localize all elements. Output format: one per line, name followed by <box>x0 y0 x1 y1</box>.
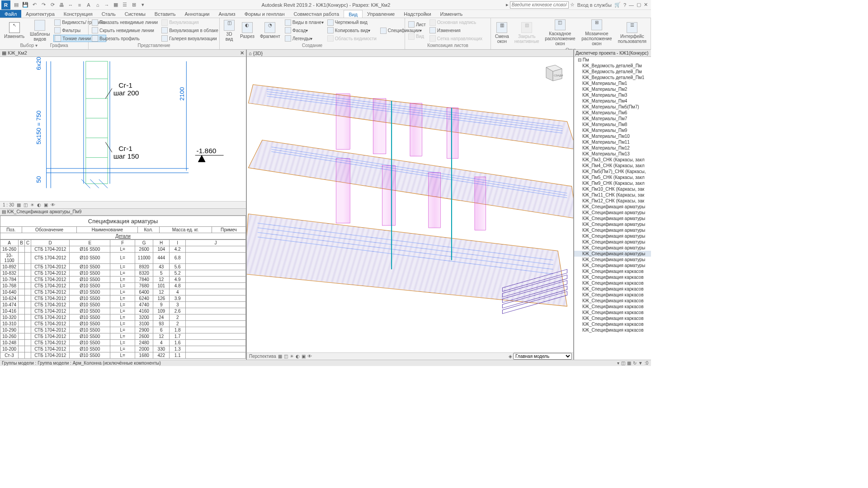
undo-icon[interactable]: ↶ <box>30 1 38 9</box>
project-browser-header[interactable]: Диспетчер проекта - КЖ1(Конкурс) <box>574 50 651 57</box>
col-letter[interactable]: J <box>186 239 246 246</box>
signin-label[interactable]: Вход в службы <box>577 2 612 8</box>
tree-item[interactable]: КЖ_Спецификация каркасов <box>574 304 651 310</box>
minimize-icon[interactable]: — <box>629 2 634 8</box>
tree-item[interactable]: КЖ_Материалы_Пм3 <box>574 92 651 98</box>
arrow-icon[interactable]: → <box>103 1 111 9</box>
tree-item[interactable]: КЖ_Спецификация арматуры <box>574 227 651 233</box>
callout-button[interactable]: ◔Фрагмент <box>257 19 283 42</box>
section-button[interactable]: ◐Разрез <box>237 19 257 42</box>
tree-item[interactable]: КЖ_Спецификация каркасов <box>574 292 651 298</box>
shadows-icon[interactable]: ◐ <box>296 354 300 359</box>
open-icon[interactable]: ▤ <box>12 1 20 9</box>
section-view-header[interactable]: ▦ КЖ_Км2 ✕ <box>0 50 246 57</box>
tab-Анализ[interactable]: Анализ <box>214 10 240 18</box>
revisions-button[interactable]: Изменения <box>429 27 483 34</box>
tree-item[interactable]: КЖ_Материалы_Пм11 <box>574 139 651 145</box>
tab-Системы[interactable]: Системы <box>120 10 150 18</box>
plan-views-button[interactable]: Виды в плане ▾ <box>284 19 325 26</box>
text-icon[interactable]: A <box>85 1 93 9</box>
visual-style-icon[interactable]: ◫ <box>284 354 288 359</box>
redo-icon[interactable]: ↷ <box>39 1 47 9</box>
tree-item[interactable]: КЖ_Материалы_Пм9 <box>574 127 651 133</box>
table-row[interactable]: 10-320СТБ 1704-2012Ø10 S500L=3200242 <box>0 314 246 320</box>
app-logo-icon[interactable]: R <box>1 0 10 9</box>
close-window-icon[interactable]: ✕ <box>644 2 648 8</box>
tab-Надстройки[interactable]: Надстройки <box>399 10 435 18</box>
tab-Формы и генплан[interactable]: Формы и генплан <box>240 10 289 18</box>
tab-Вид[interactable]: Вид <box>344 10 363 18</box>
tree-item[interactable]: КЖ_Материалы_Пм1 <box>574 80 651 86</box>
gallery-button[interactable]: Галерея визуализации <box>160 35 219 42</box>
tree-item[interactable]: КЖ_Материалы_Пм6 <box>574 110 651 116</box>
editable-icon[interactable]: ▦ <box>627 361 631 366</box>
switch-windows-button[interactable]: ▥Смена окон <box>492 19 512 47</box>
maximize-icon[interactable]: ▢ <box>637 2 641 8</box>
col-letter[interactable]: B <box>19 239 25 246</box>
viewcube[interactable]: СЗАДИ <box>542 61 564 83</box>
tree-item[interactable]: КЖ_Спецификация арматуры <box>574 204 651 210</box>
tree-item[interactable]: КЖ_Спецификация арматуры <box>574 233 651 239</box>
tree-item[interactable]: КЖ_Материалы_Пм2 <box>574 86 651 92</box>
tree-item[interactable]: КЖ_Материалы_Пм5(Пм7) <box>574 104 651 110</box>
schedule-header-cell[interactable]: Наименование <box>77 226 138 233</box>
tree-item[interactable]: КЖ_Материалы_Пм8 <box>574 122 651 127</box>
help-icon[interactable]: ? <box>623 2 626 8</box>
schedule-header-cell[interactable]: Примеч <box>212 226 245 233</box>
tree-item[interactable]: КЖ_Спецификация арматуры <box>574 257 651 263</box>
col-letter[interactable]: H <box>153 239 170 246</box>
tree-item[interactable]: КЖ_Спецификация арматуры <box>574 245 651 251</box>
tree-item[interactable]: КЖ_Пм4_СНК (Каркасы, закл <box>574 163 651 169</box>
shadows-icon[interactable]: ◐ <box>37 202 41 207</box>
tab-Изменить[interactable]: Изменить <box>436 10 467 18</box>
table-row[interactable]: 10-310СТБ 1704-2012Ø10 S500L=3100932 <box>0 320 246 327</box>
sync-icon[interactable]: ⟳ <box>48 1 57 9</box>
save-icon[interactable]: 💾 <box>21 1 29 9</box>
tree-item[interactable]: КЖ_Ведомость деталей_Пм1 <box>574 75 651 80</box>
tree-item[interactable]: КЖ_Пм3_СНК (Каркасы, закл <box>574 157 651 163</box>
filter-icon[interactable]: ▼ <box>638 361 643 366</box>
table-row[interactable]: 10-640СТБ 1704-2012Ø10 S500L=6400124 <box>0 289 246 295</box>
worksets-icon[interactable]: ◫ <box>621 361 625 366</box>
tree-item[interactable]: КЖ_Пм12_СНК (Каркасы, зак <box>574 198 651 204</box>
tree-item[interactable]: КЖ_Спецификация каркасов <box>574 286 651 292</box>
tree-item[interactable]: КЖ_Спецификация каркасов <box>574 274 651 280</box>
close-hidden-icon[interactable]: ⊞ <box>130 1 138 9</box>
tree-item[interactable]: КЖ_Спецификация арматуры <box>574 221 651 227</box>
section-box-icon[interactable]: ▦ <box>112 1 120 9</box>
tree-item[interactable]: КЖ_Спецификация арматуры <box>574 263 651 268</box>
3d-view-control-bar[interactable]: Перспектива ▦◫ ☀◐ ▣👁 ◈ Главная модель <box>247 352 573 360</box>
perspective-label[interactable]: Перспектива <box>249 354 276 359</box>
tab-Аннотации[interactable]: Аннотации <box>180 10 214 18</box>
schedule-header-cell[interactable]: Кол. <box>138 226 159 233</box>
cloud-render-button[interactable]: Визуализация в облаке <box>160 27 219 34</box>
col-letter[interactable]: F <box>110 239 135 246</box>
table-row[interactable]: 10-1100СТБ 1704-2012Ø10 S500L=110004446.… <box>0 252 246 263</box>
detail-level-icon[interactable]: ▦ <box>17 202 21 207</box>
tree-item[interactable]: КЖ_Пм5_СНК (Каркасы, закл <box>574 174 651 180</box>
tab-Вставить[interactable]: Вставить <box>150 10 180 18</box>
search-input[interactable] <box>510 1 569 9</box>
schedule-header-cell[interactable]: Поз. <box>0 226 22 233</box>
show-hidden-button[interactable]: Показать невидимые линии <box>91 19 159 26</box>
table-row[interactable]: 10-624СТБ 1704-2012Ø10 S500L=62401263.9 <box>0 295 246 301</box>
tree-item[interactable]: КЖ_Материалы_Пм13 <box>574 151 651 157</box>
tree-item[interactable]: КЖ_Спецификация каркасов <box>574 280 651 286</box>
align-icon[interactable]: ≡ <box>75 1 84 9</box>
detail-level-icon[interactable]: ▦ <box>278 354 282 359</box>
schedule-header[interactable]: ▤ КЖ_Спецификация арматуры_Пм9 <box>0 208 246 216</box>
print-icon[interactable]: 🖶 <box>57 1 66 9</box>
tree-item[interactable]: КЖ_Спецификация арматуры <box>574 210 651 216</box>
workset-select[interactable]: Главная модель <box>513 353 572 360</box>
table-row[interactable]: 16-260СТБ 1704-2012Ø16 S500L=26001044.2 <box>0 246 246 252</box>
remove-hidden-button[interactable]: Скрыть невидимые линии <box>91 27 159 34</box>
table-row[interactable]: 10-832СТБ 1704-2012Ø10 S500L=832055.2 <box>0 270 246 276</box>
tree-item[interactable]: КЖ_Ведомость деталей_Пм <box>574 69 651 75</box>
tree-item[interactable]: КЖ_Материалы_Пм10 <box>574 133 651 139</box>
cut-profile-button[interactable]: Вырезать профиль <box>91 35 159 42</box>
table-row[interactable]: 10-200СТБ 1704-2012Ø10 S500L=20003301.3 <box>0 346 246 352</box>
tree-item[interactable]: КЖ_Спецификация каркасов <box>574 310 651 315</box>
project-browser-tree[interactable]: ⊟ Пм КЖ_Ведомость деталей_ПмКЖ_Ведомость… <box>574 57 651 360</box>
sheet-button[interactable]: Лист <box>407 21 427 28</box>
tree-item[interactable]: КЖ_Спецификация каркасов <box>574 315 651 321</box>
